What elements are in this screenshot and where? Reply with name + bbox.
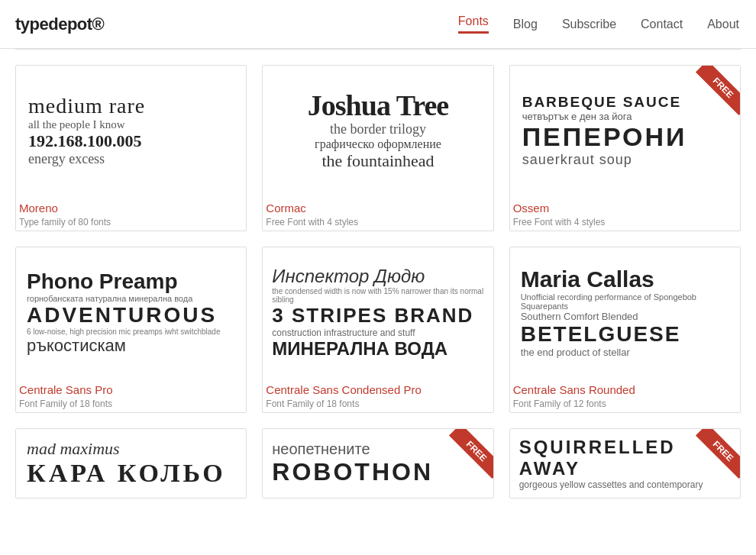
font-preview-centrale-sans-pro: Phono Preamp горнобанската натурална мин… [16, 247, 246, 377]
nav-item-blog[interactable]: Blog [512, 18, 539, 31]
preview-line5: the end product of stellar [521, 347, 630, 358]
preview-line2: the condensed width is now with 15% narr… [272, 287, 483, 304]
font-preview-moreno: medium rare all the people I know 192.16… [16, 66, 246, 195]
preview-line3: ПЕПЕРОНИ [522, 122, 687, 152]
font-preview-row3a: mad maximus КАРА КОЛЬО [16, 429, 246, 498]
font-preview-ossem: BARBEQUE SAUCE четвъртък е ден за йога П… [510, 66, 740, 195]
font-card-row3c[interactable]: SQUIRRELLED AWAY gorgeous yellow cassett… [509, 428, 741, 499]
preview-line4: sauerkraut soup [522, 152, 632, 168]
preview-line3: графическо оформление [315, 137, 441, 151]
preview-line3: 192.168.100.005 [28, 131, 142, 151]
font-card-ossem[interactable]: BARBEQUE SAUCE четвъртък е ден за йога П… [509, 65, 741, 231]
font-preview-cormac: Joshua Tree the border trilogy графическ… [263, 66, 493, 195]
nav-item-contact[interactable]: Contact [639, 18, 684, 31]
preview-line2: четвъртък е ден за йога [522, 111, 632, 122]
nav-item-fonts[interactable]: Fonts [457, 15, 490, 34]
font-info-cormac: Cormac Free Font with 4 styles [263, 195, 493, 231]
preview-line2: gorgeous yellow cassettes and contempora… [519, 479, 703, 490]
font-card-centrale-sans-rounded[interactable]: Maria Callas Unofficial recording perfor… [509, 247, 741, 413]
font-card-centrale-sans-condensed-pro[interactable]: Инспектор Дюдю the condensed width is no… [262, 247, 493, 413]
preview-line2: КАРА КОЛЬО [27, 459, 226, 488]
font-card-row3a[interactable]: mad maximus КАРА КОЛЬО [15, 428, 247, 499]
preview-line4: the fountainhead [321, 151, 434, 171]
font-name-centrale-sans-rounded: Centrale Sans Rounded [513, 383, 737, 396]
font-info-ossem: Ossem Free Font with 4 styles [510, 195, 740, 231]
preview-line1: BARBEQUE SAUCE [522, 94, 682, 111]
font-preview-centrale-sans-rounded: Maria Callas Unofficial recording perfor… [510, 247, 740, 377]
free-badge-row3c [679, 429, 740, 490]
preview-line4: energy excess [28, 151, 105, 167]
font-name-cormac: Cormac [266, 202, 489, 215]
preview-line1: неопетнените [272, 440, 370, 458]
font-desc-centrale-sans-pro: Font Family of 18 fonts [19, 399, 243, 409]
font-info-centrale-sans-rounded: Centrale Sans Rounded Font Family of 12 … [510, 377, 740, 412]
logo[interactable]: typedepot® [15, 15, 104, 34]
font-name-centrale-sans-condensed-pro: Centrale Sans Condensed Pro [266, 383, 489, 396]
font-grid: medium rare all the people I know 192.16… [0, 50, 756, 514]
preview-line3: Southern Comfort Blended [521, 311, 638, 322]
preview-line4: BETELGUESE [521, 322, 681, 347]
preview-line1: Maria Callas [521, 266, 654, 292]
font-info-centrale-sans-pro: Centrale Sans Pro Font Family of 18 font… [16, 377, 246, 412]
font-name-ossem: Ossem [513, 202, 737, 215]
preview-line1: Joshua Tree [308, 91, 448, 120]
font-preview-centrale-sans-condensed-pro: Инспектор Дюдю the condensed width is no… [263, 247, 493, 377]
preview-line4: construction infrastructure and stuff [272, 328, 415, 338]
font-desc-centrale-sans-rounded: Font Family of 12 fonts [513, 399, 737, 409]
preview-line2: Unofficial recording performance of Spon… [521, 292, 729, 311]
preview-line5: МИНЕРАЛНА ВОДА [272, 338, 447, 360]
preview-line2: all the people I know [28, 118, 125, 131]
font-desc-ossem: Free Font with 4 styles [513, 217, 737, 227]
font-card-moreno[interactable]: medium rare all the people I know 192.16… [15, 65, 247, 231]
preview-line5: ръкостискам [27, 336, 126, 356]
nav-item-about[interactable]: About [706, 18, 741, 31]
font-name-moreno: Moreno [19, 202, 243, 215]
preview-line1: mad maximus [27, 439, 120, 459]
free-badge-row3b [432, 429, 493, 490]
font-info-centrale-sans-condensed-pro: Centrale Sans Condensed Pro Font Family … [263, 377, 493, 412]
preview-line3: ADVENTUROUS [27, 303, 217, 328]
preview-line3: 3 STRIPES BRAND [272, 304, 473, 328]
font-info-moreno: Moreno Type family of 80 fonts [16, 195, 246, 231]
font-desc-cormac: Free Font with 4 styles [266, 217, 489, 227]
font-card-cormac[interactable]: Joshua Tree the border trilogy графическ… [262, 65, 493, 231]
header: typedepot® Fonts Blog Subscribe Contact … [0, 0, 756, 49]
preview-line2: the border trilogy [330, 121, 426, 137]
font-desc-centrale-sans-condensed-pro: Font Family of 18 fonts [266, 399, 489, 409]
free-badge-ossem [679, 66, 740, 127]
nav: Fonts Blog Subscribe Contact About [457, 15, 741, 34]
preview-line1: Phono Preamp [27, 269, 178, 294]
font-preview-row3b: неопетнените ROBOTHON [263, 429, 493, 498]
font-desc-moreno: Type family of 80 fonts [19, 217, 243, 227]
font-card-row3b[interactable]: неопетнените ROBOTHON [262, 428, 493, 499]
preview-line4: 6 low-noise, high precision mic preamps … [27, 328, 220, 336]
font-card-centrale-sans-pro[interactable]: Phono Preamp горнобанската натурална мин… [15, 247, 247, 413]
font-preview-row3c: SQUIRRELLED AWAY gorgeous yellow cassett… [510, 429, 740, 498]
preview-line2: ROBOTHON [272, 458, 433, 486]
preview-line1: medium rare [28, 94, 145, 118]
font-name-centrale-sans-pro: Centrale Sans Pro [19, 383, 243, 396]
preview-line1: Инспектор Дюдю [272, 266, 425, 287]
preview-line2: горнобанската натурална минерална вода [27, 294, 192, 303]
nav-item-subscribe[interactable]: Subscribe [561, 18, 618, 31]
